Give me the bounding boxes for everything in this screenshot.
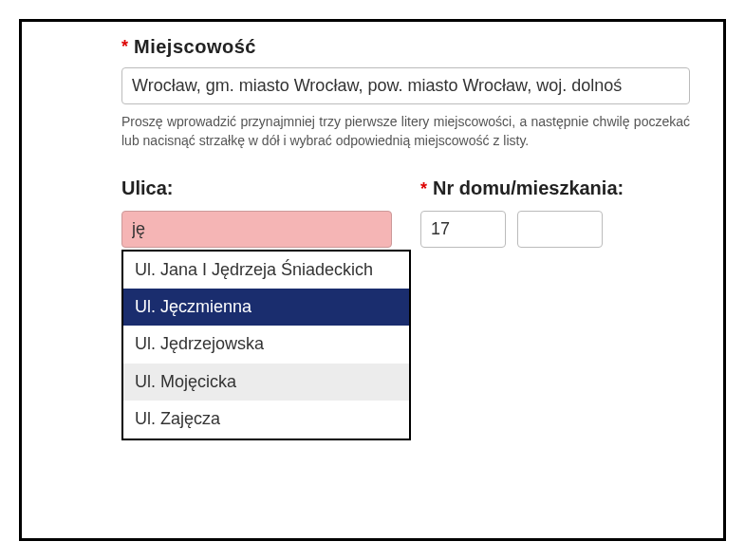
ulica-label: Ulica: — [121, 177, 392, 199]
nr-domu-input[interactable] — [420, 211, 506, 248]
nr-mieszkania-input[interactable] — [517, 211, 603, 248]
autocomplete-item[interactable]: Ul. Jęczmienna — [123, 289, 409, 326]
miejscowosc-hint: Proszę wprowadzić przynajmniej trzy pier… — [121, 112, 690, 151]
nr-label-text: Nr domu/mieszkania: — [433, 177, 624, 198]
autocomplete-item[interactable]: Ul. Jędrzejowska — [123, 326, 409, 363]
autocomplete-item[interactable]: Ul. Jana I Jędrzeja Śniadeckich — [123, 252, 409, 289]
form-panel: * Miejscowość Proszę wprowadzić przynajm… — [19, 19, 726, 541]
street-house-row: Ulica: Ul. Jana I Jędrzeja ŚniadeckichUl… — [121, 177, 690, 248]
nr-inputs-group — [420, 211, 690, 248]
required-star-icon: * — [121, 37, 128, 57]
miejscowosc-label: Miejscowość — [134, 36, 256, 58]
ulica-input[interactable] — [121, 211, 392, 248]
ulica-col: Ulica: Ul. Jana I Jędrzeja ŚniadeckichUl… — [121, 177, 392, 248]
autocomplete-item[interactable]: Ul. Mojęcicka — [123, 364, 409, 401]
ulica-autocomplete-list: Ul. Jana I Jędrzeja ŚniadeckichUl. Jęczm… — [121, 250, 411, 440]
miejscowosc-label-row: * Miejscowość — [121, 36, 690, 58]
required-star-icon: * — [420, 179, 427, 198]
miejscowosc-input[interactable] — [121, 67, 690, 104]
nr-col: *Nr domu/mieszkania: — [420, 177, 690, 248]
autocomplete-item[interactable]: Ul. Zajęcza — [123, 401, 409, 438]
nr-label: *Nr domu/mieszkania: — [420, 177, 690, 199]
